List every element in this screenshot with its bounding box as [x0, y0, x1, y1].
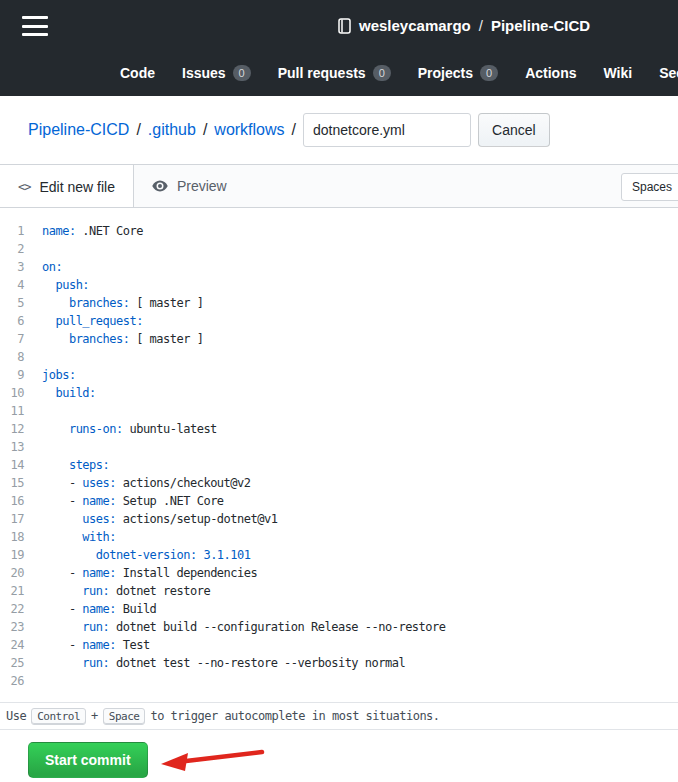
line-content: runs-on: ubuntu-latest [34, 420, 217, 438]
code-line[interactable]: 24 - name: Test [0, 636, 678, 654]
hint-joiner: + [91, 709, 98, 723]
tab-preview-label: Preview [177, 178, 227, 194]
nav-item-label: Code [120, 65, 155, 81]
github-header: wesleycamargo / Pipeline-CICD CodeIssues… [0, 0, 678, 96]
repo-title[interactable]: wesleycamargo / Pipeline-CICD [338, 17, 590, 34]
line-number: 24 [0, 636, 34, 654]
nav-item-counter: 0 [480, 65, 498, 81]
page: wesleycamargo / Pipeline-CICD CodeIssues… [0, 0, 678, 782]
code-line[interactable]: 25 run: dotnet test --no-restore --verbo… [0, 654, 678, 672]
code-line[interactable]: 21 run: dotnet restore [0, 582, 678, 600]
hint-suffix: to trigger autocomplete in most situatio… [150, 709, 439, 723]
code-line[interactable]: 8 [0, 348, 678, 366]
line-number: 10 [0, 384, 34, 402]
tab-preview[interactable]: Preview [134, 165, 245, 207]
code-line[interactable]: 16 - name: Setup .NET Core [0, 492, 678, 510]
line-number: 20 [0, 564, 34, 582]
repo-owner[interactable]: wesleycamargo [359, 17, 471, 34]
cancel-button[interactable]: Cancel [478, 113, 550, 147]
line-number: 26 [0, 672, 34, 690]
nav-item-pull-requests[interactable]: Pull requests0 [278, 65, 391, 81]
line-content: branches: [ master ] [34, 294, 203, 312]
line-number: 18 [0, 528, 34, 546]
breadcrumb-link-Pipeline-CICD[interactable]: Pipeline-CICD [28, 121, 129, 139]
line-number: 19 [0, 546, 34, 564]
indent-mode-select[interactable]: Spaces ▴ ▾ [621, 173, 678, 201]
line-content: build: [34, 384, 96, 402]
code-line[interactable]: 20 - name: Install dependencies [0, 564, 678, 582]
eye-icon [152, 178, 168, 194]
code-editor[interactable]: 1name: .NET Core23on:4 push:5 branches: … [0, 208, 678, 702]
autocomplete-hint: Use Control + Space to trigger autocompl… [0, 702, 678, 730]
line-content: pull_request: [34, 312, 143, 330]
code-line[interactable]: 7 branches: [ master ] [0, 330, 678, 348]
code-icon: <> [18, 180, 30, 194]
repo-name[interactable]: Pipeline-CICD [491, 17, 590, 34]
line-number: 21 [0, 582, 34, 600]
code-line[interactable]: 15 - uses: actions/checkout@v2 [0, 474, 678, 492]
code-line[interactable]: 3on: [0, 258, 678, 276]
repo-nav: CodeIssues0Pull requests0Projects0Action… [0, 50, 678, 96]
nav-item-security[interactable]: Security0 [659, 65, 678, 81]
line-number: 15 [0, 474, 34, 492]
header-top: wesleycamargo / Pipeline-CICD [0, 14, 678, 50]
code-line[interactable]: 9jobs: [0, 366, 678, 384]
breadcrumb: Pipeline-CICD/.github/workflows/ [28, 121, 303, 139]
nav-item-projects[interactable]: Projects0 [418, 65, 498, 81]
code-line[interactable]: 22 - name: Build [0, 600, 678, 618]
repo-title-separator: / [479, 17, 483, 34]
line-number: 8 [0, 348, 34, 366]
code-line[interactable]: 17 uses: actions/setup-dotnet@v1 [0, 510, 678, 528]
breadcrumb-link-workflows[interactable]: workflows [214, 121, 284, 139]
line-content: run: dotnet build --configuration Releas… [34, 618, 446, 636]
code-line[interactable]: 18 with: [0, 528, 678, 546]
code-line[interactable]: 11 [0, 402, 678, 420]
nav-item-label: Security [659, 65, 678, 81]
line-content: on: [34, 258, 62, 276]
line-content [34, 438, 42, 456]
code-line[interactable]: 10 build: [0, 384, 678, 402]
code-line[interactable]: 5 branches: [ master ] [0, 294, 678, 312]
code-line[interactable]: 2 [0, 240, 678, 258]
line-number: 12 [0, 420, 34, 438]
nav-item-code[interactable]: Code [120, 65, 155, 81]
line-content: run: dotnet restore [34, 582, 210, 600]
code-line[interactable]: 13 [0, 438, 678, 456]
code-line[interactable]: 12 runs-on: ubuntu-latest [0, 420, 678, 438]
nav-item-actions[interactable]: Actions [525, 65, 576, 81]
filename-input[interactable] [303, 113, 471, 147]
tab-edit-new-file[interactable]: <> Edit new file [0, 165, 134, 208]
kbd-space: Space [103, 708, 146, 725]
line-number: 2 [0, 240, 34, 258]
line-content: - name: Build [34, 600, 156, 618]
breadcrumb-link-github[interactable]: .github [148, 121, 196, 139]
line-number: 16 [0, 492, 34, 510]
line-content: dotnet-version: 3.1.101 [34, 546, 250, 564]
code-line[interactable]: 14 steps: [0, 456, 678, 474]
line-number: 14 [0, 456, 34, 474]
line-number: 17 [0, 510, 34, 528]
code-line[interactable]: 6 pull_request: [0, 312, 678, 330]
line-number: 9 [0, 366, 34, 384]
commit-section: Start commit [0, 730, 678, 782]
nav-item-issues[interactable]: Issues0 [182, 65, 251, 81]
annotation-arrow-icon [156, 747, 268, 773]
file-editor: <> Edit new file Preview Spaces ▴ ▾ 1nam… [0, 164, 678, 730]
code-line[interactable]: 1name: .NET Core [0, 222, 678, 240]
line-content: - name: Setup .NET Core [34, 492, 224, 510]
start-commit-button[interactable]: Start commit [28, 742, 148, 778]
code-line[interactable]: 23 run: dotnet build --configuration Rel… [0, 618, 678, 636]
nav-item-label: Wiki [603, 65, 632, 81]
code-line[interactable]: 26 [0, 672, 678, 690]
code-line[interactable]: 4 push: [0, 276, 678, 294]
tab-edit-label: Edit new file [39, 179, 114, 195]
hamburger-menu-button[interactable] [22, 16, 48, 36]
line-content: - name: Test [34, 636, 150, 654]
nav-item-wiki[interactable]: Wiki [603, 65, 632, 81]
line-content: name: .NET Core [34, 222, 143, 240]
code-line[interactable]: 19 dotnet-version: 3.1.101 [0, 546, 678, 564]
line-number: 25 [0, 654, 34, 672]
nav-item-label: Pull requests [278, 65, 366, 81]
kbd-control: Control [31, 708, 86, 725]
line-number: 13 [0, 438, 34, 456]
